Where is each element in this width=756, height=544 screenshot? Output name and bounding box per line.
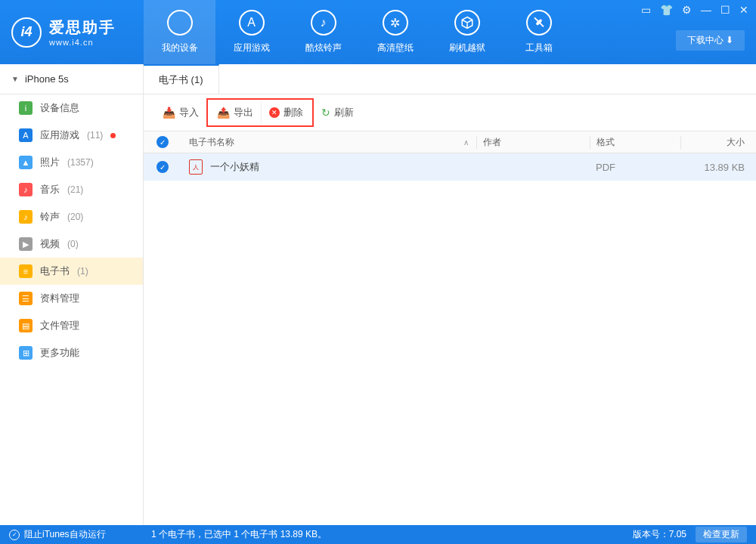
check-icon: ✓ <box>156 136 169 148</box>
app-header: i4 爱思助手 www.i4.cn 我的设备 A 应用游戏 ♪ 酷炫铃声 ✲ 高… <box>0 0 756 64</box>
col-author[interactable]: 作者 <box>476 136 590 149</box>
row-size-cell: 13.89 KB <box>680 162 756 173</box>
sidebar-item-1[interactable]: A 应用游戏 (11) <box>0 122 143 149</box>
sidebar-item-8[interactable]: ▤ 文件管理 <box>0 312 143 339</box>
nav-wallpapers[interactable]: ✲ 高清壁纸 <box>359 0 431 64</box>
notification-dot <box>110 133 116 138</box>
logo-text: 爱思助手 www.i4.cn <box>49 17 116 47</box>
side-count: (1) <box>77 266 88 277</box>
select-all[interactable]: ✓ <box>144 136 181 148</box>
folder-out-icon: 📤 <box>217 107 230 119</box>
sidebar-item-0[interactable]: i 设备信息 <box>0 94 143 122</box>
nav-ringtones[interactable]: ♪ 酷炫铃声 <box>287 0 359 64</box>
refresh-icon: ↻ <box>321 107 330 119</box>
side-label: 照片 <box>40 156 60 169</box>
refresh-button[interactable]: ↻ 刷新 <box>314 101 361 124</box>
col-format[interactable]: 格式 <box>590 136 680 149</box>
nav-label: 高清壁纸 <box>377 42 414 54</box>
nav-my-device[interactable]: 我的设备 <box>144 0 215 64</box>
nav-label: 刷机越狱 <box>449 42 485 54</box>
side-label: 铃声 <box>40 210 60 224</box>
side-label: 文件管理 <box>40 319 79 332</box>
sidebar-item-7[interactable]: ☰ 资料管理 <box>0 285 143 312</box>
logo-cn: 爱思助手 <box>49 17 116 38</box>
import-button[interactable]: 📥 导入 <box>155 101 206 124</box>
check-update-button[interactable]: 检查更新 <box>696 527 747 542</box>
sidebar-item-4[interactable]: ♪ 铃声 (20) <box>0 203 143 230</box>
delete-icon: ✕ <box>269 107 280 118</box>
version-label: 版本号：7.05 <box>633 528 686 541</box>
side-icon: ▶ <box>19 237 33 251</box>
close-icon[interactable]: ✕ <box>739 4 748 16</box>
sidebar-item-3[interactable]: ♪ 音乐 (21) <box>0 176 143 203</box>
side-label: 应用游戏 <box>40 128 79 142</box>
device-selector[interactable]: ▼ iPhone 5s <box>0 64 143 94</box>
sort-asc-icon: ∧ <box>463 138 469 147</box>
side-count: (0) <box>67 239 79 249</box>
side-label: 电子书 <box>40 264 70 278</box>
row-checkbox[interactable]: ✓ <box>144 161 181 173</box>
side-count: (11) <box>87 130 103 141</box>
side-icon: ⊞ <box>19 346 33 360</box>
window-controls: ▭ 👕 ⚙ — ☐ ✕ <box>641 4 748 16</box>
ebook-name: 一个小妖精 <box>210 160 259 174</box>
table-header: ✓ 电子书名称 ∧ 作者 格式 大小 <box>144 131 756 153</box>
bell-icon: ♪ <box>311 10 336 36</box>
status-bar: ✓ 阻止iTunes自动运行 1 个电子书，已选中 1 个电子书 13.89 K… <box>0 525 756 544</box>
body: ▼ iPhone 5s i 设备信息 A 应用游戏 (11) ▲ 照片 (135… <box>0 64 756 525</box>
nav-apps[interactable]: A 应用游戏 <box>215 0 287 64</box>
col-name-label: 电子书名称 <box>189 136 234 149</box>
maximize-icon[interactable]: ☐ <box>720 4 730 16</box>
sidebar: ▼ iPhone 5s i 设备信息 A 应用游戏 (11) ▲ 照片 (135… <box>0 64 144 525</box>
nav-jailbreak[interactable]: 刷机越狱 <box>431 0 503 64</box>
export-label: 导出 <box>234 106 253 119</box>
itunes-block-toggle[interactable]: ✓ 阻止iTunes自动运行 <box>9 528 144 541</box>
logo-en: www.i4.cn <box>49 38 116 47</box>
tools-icon <box>526 10 552 36</box>
logo-block: i4 爱思助手 www.i4.cn <box>0 0 144 64</box>
side-count: (21) <box>67 184 83 195</box>
import-label: 导入 <box>179 106 199 119</box>
nav-toolbox[interactable]: 工具箱 <box>503 0 575 64</box>
content-area: 电子书 (1) 📥 导入 📤 导出 ✕ 删除 ↻ 刷新 <box>144 64 756 525</box>
col-size[interactable]: 大小 <box>680 136 756 149</box>
side-icon: ♪ <box>19 183 33 196</box>
flower-icon: ✲ <box>383 10 408 36</box>
sidebar-item-2[interactable]: ▲ 照片 (1357) <box>0 149 143 176</box>
side-icon: ▲ <box>19 156 33 169</box>
minimize-icon[interactable]: — <box>701 4 711 16</box>
sidebar-item-5[interactable]: ▶ 视频 (0) <box>0 230 143 258</box>
highlight-annotation: 📤 导出 ✕ 删除 <box>206 98 314 127</box>
col-name[interactable]: 电子书名称 ∧ <box>181 136 476 149</box>
export-button[interactable]: 📤 导出 <box>209 101 261 124</box>
toolbar: 📥 导入 📤 导出 ✕ 删除 ↻ 刷新 <box>144 94 756 131</box>
tab-bar: 电子书 (1) <box>144 64 756 94</box>
settings-icon[interactable]: ⚙ <box>682 4 692 16</box>
check-icon: ✓ <box>9 530 20 540</box>
nav-label: 我的设备 <box>162 42 198 54</box>
side-count: (20) <box>67 212 83 222</box>
folder-in-icon: 📥 <box>163 107 175 119</box>
top-nav: 我的设备 A 应用游戏 ♪ 酷炫铃声 ✲ 高清壁纸 刷机越狱 工具箱 <box>144 0 575 64</box>
side-icon: ♪ <box>19 210 33 224</box>
nav-label: 应用游戏 <box>234 42 270 54</box>
apple-icon <box>167 10 193 36</box>
side-label: 更多功能 <box>40 346 79 360</box>
refresh-label: 刷新 <box>334 106 354 119</box>
delete-button[interactable]: ✕ 删除 <box>261 101 311 124</box>
side-icon: ▤ <box>19 319 33 332</box>
tab-ebooks[interactable]: 电子书 (1) <box>144 64 219 94</box>
side-label: 视频 <box>40 237 60 251</box>
app-icon: A <box>239 10 265 36</box>
download-center-button[interactable]: 下载中心 ⬇ <box>676 30 745 51</box>
tshirt-icon[interactable]: 👕 <box>660 4 673 16</box>
status-summary: 1 个电子书，已选中 1 个电子书 13.89 KB。 <box>144 528 633 541</box>
side-count: (1357) <box>67 157 94 168</box>
chevron-down-icon: ▼ <box>11 75 19 83</box>
table-row[interactable]: ✓ 人 一个小妖精 PDF 13.89 KB <box>144 153 756 181</box>
sidebar-item-9[interactable]: ⊞ 更多功能 <box>0 339 143 366</box>
cube-icon <box>454 10 480 36</box>
sidebar-item-6[interactable]: ≡ 电子书 (1) <box>0 258 143 285</box>
itunes-label: 阻止iTunes自动运行 <box>24 528 106 541</box>
feedback-icon[interactable]: ▭ <box>641 4 651 16</box>
